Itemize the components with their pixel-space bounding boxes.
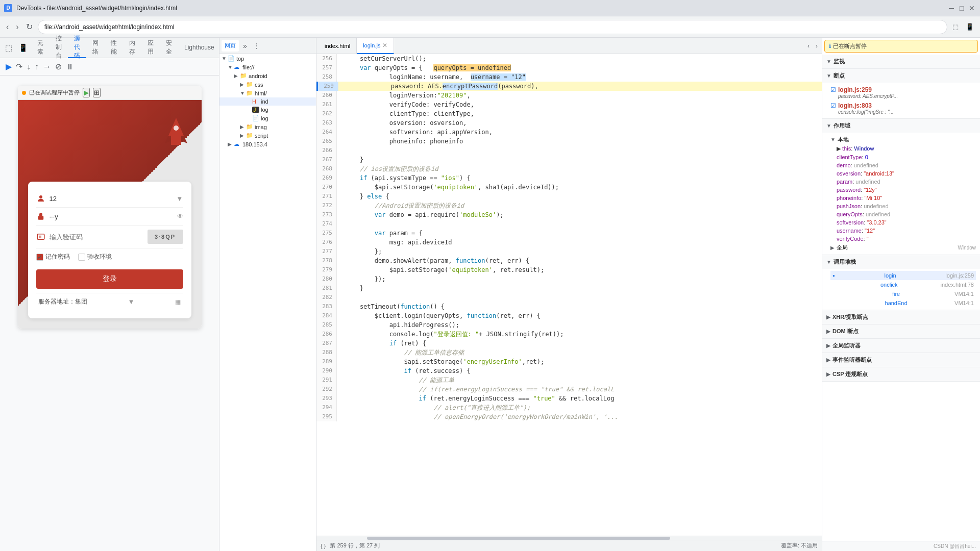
tree-item-scripts[interactable]: ▶ 📁 script [219,131,316,140]
minimize-button[interactable]: ─ [947,4,955,12]
file-tab-more[interactable]: » [241,42,249,50]
step-into-button[interactable]: ↓ [25,61,32,73]
file-tab-webpage[interactable]: 网页 [222,40,239,52]
close-button[interactable]: ✕ [968,4,976,12]
code-line-275: 275 var param = { [316,229,822,238]
section-xhr-header[interactable]: ▶ XHR/提取断点 [822,310,980,324]
cursor-position: 第 259 行，第 27 列 [330,542,380,549]
menu-console[interactable]: 控制台 [50,38,68,58]
tree-item-css[interactable]: ▶ 📁 css [219,80,316,89]
tree-item-android[interactable]: ▶ 📁 android [219,71,316,80]
tree-item-index-html[interactable]: H ind [219,97,316,106]
bp1-checkbox[interactable]: ☑ [830,86,836,93]
close-tab-icon[interactable]: ✕ [382,42,387,49]
tab-nav-right[interactable]: › [814,40,820,52]
password-input[interactable] [50,213,173,220]
scope-var-queryopts: queryOpts: undefined [837,210,976,218]
tree-item-html[interactable]: ▼ 📁 html/ [219,89,316,97]
callstack-onclick[interactable]: onclick index.html:78 [830,280,976,289]
section-event-listeners-header[interactable]: ▶ 事件监听器断点 [822,353,980,367]
code-line-273: 273 var demo = api.require('moduleSo'); [316,210,822,219]
step-out-button[interactable]: ↑ [33,61,40,73]
resume-button[interactable]: ▶ [4,60,13,73]
deactivate-breakpoints-button[interactable]: ⊘ [54,60,63,73]
captcha-row: 3·8QP [36,226,183,248]
address-bar[interactable]: file:///android_asset/widget/html/login/… [38,20,947,34]
login-button[interactable]: 登录 [36,269,183,289]
device-debug-bar: 已在调试程序中暂停 ▶ ⊞ [18,86,202,100]
code-editor[interactable]: 256 setCurServerUrl(); 257 var queryOpts… [316,54,822,536]
forward-button[interactable]: › [14,20,20,34]
tree-item-file[interactable]: ▼ ☁ file:// [219,63,316,71]
username-dropdown[interactable]: ▼ [176,195,183,203]
menu-application[interactable]: 应用 [141,38,160,58]
scope-global-header[interactable]: ▶ 全局 Window [830,243,976,253]
server-scan-icon[interactable]: ▦ [175,298,181,306]
dont-pause-exceptions-button[interactable]: ⏸ [64,61,76,73]
step-over-button[interactable]: ↷ [14,60,24,73]
code-line-272: 272 //Android设置加密后的设备id [316,201,822,210]
browser-bar: ‹ › ↻ file:///android_asset/widget/html/… [0,16,980,38]
scope-local-vars: ▶ this: Window clientType: 0 demo: undef… [830,144,976,243]
captcha-input[interactable] [50,233,143,241]
devtools-toolbar: ⬚ 📱 元素 控制台 源代码 网络 性能 内存 应用 安全 Lighthouse… [0,38,219,58]
menu-network[interactable]: 网络 [86,38,105,58]
tree-item-top[interactable]: ▼ 📄 top [219,54,316,63]
menu-lighthouse[interactable]: Lighthouse [178,38,220,58]
code-line-264: 264 softversion: api.appVersion, [316,128,822,137]
back-button[interactable]: ‹ [4,20,11,34]
menu-sources[interactable]: 源代码 [68,38,86,58]
tree-item-images[interactable]: ▶ 📁 imag [219,122,316,131]
section-callstack-header[interactable]: ▼ 调用堆栈 [822,255,980,269]
callstack-content: ● login login.js:259 onclick index.html:… [822,269,980,310]
tree-item-remote[interactable]: ▶ ☁ 180.153.4 [219,140,316,148]
section-breakpoints: ▼ 断点 ☑ login.js:259 password: AES.encryp… [822,69,980,119]
section-global-listeners-header[interactable]: ▶ 全局监听器 [822,339,980,353]
menu-performance[interactable]: 性能 [105,38,123,58]
credits-text: CSDN @吕吕hui... [934,543,976,550]
code-line-265: 265 phoneinfo: phoneinfo [316,137,822,146]
menu-elements[interactable]: 元素 [31,38,50,58]
tree-item-log-generic[interactable]: 📄 log [219,114,316,122]
maximize-button[interactable]: □ [958,4,966,12]
code-line-278: 278 demo.showAlert(param, function(ret, … [316,256,822,265]
username-input[interactable] [50,195,173,203]
inspect-mode-button[interactable]: ⬚ [2,40,15,56]
svg-point-5 [39,195,42,198]
scope-var-clienttype: clientType: 0 [837,153,976,161]
svg-marker-2 [165,136,171,143]
code-tab-login-js[interactable]: login.js ✕ [357,38,394,54]
callstack-fire[interactable]: fire VM14:1 [830,289,976,298]
code-tab-index-html[interactable]: index.html [318,38,357,54]
horizontal-scrollbar[interactable] [316,536,822,540]
server-dropdown[interactable]: ▼ [128,298,134,306]
section-scope-header[interactable]: ▼ 作用域 [822,119,980,133]
login-screen: ▼ 👁 [18,100,202,329]
server-row: 服务器地址：集团 ▼ ▦ [36,293,183,310]
format-icon[interactable]: { } [321,543,326,549]
inspect-element-button[interactable]: ⬚ [950,21,961,33]
file-tab-opts[interactable]: ⋮ [251,42,262,50]
step-button[interactable]: → [41,61,53,73]
section-watch-header[interactable]: ▼ 监视 [822,55,980,68]
section-csp-header[interactable]: ▶ CSP 违规断点 [822,367,980,381]
eye-icon[interactable]: 👁 [177,213,183,220]
callstack-login[interactable]: ● login login.js:259 [830,271,976,280]
menu-security[interactable]: 安全 [160,38,178,58]
device-mode-button[interactable]: 📱 [15,40,31,56]
section-dom-header[interactable]: ▶ DOM 断点 [822,324,980,338]
tree-item-login-js[interactable]: J log [219,106,316,114]
callstack-handend[interactable]: handEnd VM14:1 [830,298,976,308]
reload-button[interactable]: ↻ [24,20,35,34]
menu-memory[interactable]: 内存 [123,38,141,58]
remember-password-checkbox[interactable]: ✓ 记住密码 [36,253,70,261]
bp2-checkbox[interactable]: ☑ [830,102,836,109]
accept-env-checkbox[interactable]: 验收环境 [78,253,112,261]
debug-play-button[interactable]: ▶ [83,88,90,97]
debug-settings-button[interactable]: ⊞ [93,88,101,97]
tab-nav-left[interactable]: ‹ [805,40,812,52]
device-toggle-button[interactable]: 📱 [964,21,976,33]
section-breakpoints-header[interactable]: ▼ 断点 [822,69,980,83]
scope-local-header[interactable]: ▼ 本地 [830,135,976,144]
captcha-image[interactable]: 3·8QP [148,230,183,244]
